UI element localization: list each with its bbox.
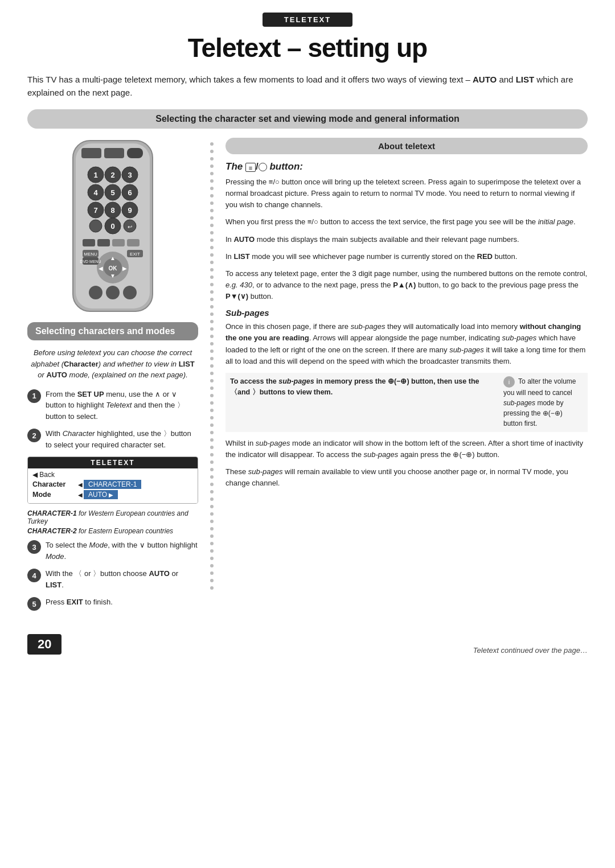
right-para-1: Pressing the ≡/○ button once will bring … xyxy=(226,176,588,211)
teletext-row-character: Character CHARACTER-1 xyxy=(32,480,193,489)
svg-text:4: 4 xyxy=(93,188,98,197)
step-5: 5 Press EXIT to finish. xyxy=(27,597,198,611)
step-4: 4 With the 〈 or 〉button choose AUTO or L… xyxy=(27,568,198,590)
dot xyxy=(210,379,214,382)
subpages-para2: Whilst in sub-pages mode an indicator wi… xyxy=(226,438,588,460)
dot xyxy=(210,246,214,249)
teletext-back: Back xyxy=(32,471,193,479)
dot xyxy=(210,305,214,308)
dot xyxy=(210,512,214,516)
dot xyxy=(210,579,214,582)
sel-char-banner: Selecting characters and modes xyxy=(27,322,198,340)
dot xyxy=(210,483,214,486)
dot xyxy=(210,231,214,235)
dot xyxy=(210,327,214,331)
dot xyxy=(210,542,214,545)
right-column: About teletext The ≡/ button: Pressing t… xyxy=(220,138,588,617)
svg-text:1: 1 xyxy=(93,171,97,179)
dot xyxy=(210,261,214,264)
dot xyxy=(210,394,214,397)
dot xyxy=(210,157,214,161)
svg-rect-28 xyxy=(83,239,95,246)
dot xyxy=(210,209,214,212)
bottom-area: 20 Teletext continued over the page… xyxy=(27,634,588,655)
dot xyxy=(210,505,214,508)
dot xyxy=(210,586,214,590)
char-note-2: CHARACTER-2 for Eastern European countri… xyxy=(27,527,198,535)
intro-paragraph: This TV has a multi-page teletext memory… xyxy=(27,73,588,99)
dot xyxy=(210,342,214,345)
dot xyxy=(210,164,214,168)
sel-char-instructions: Before using teletext you can choose the… xyxy=(27,347,198,381)
dot xyxy=(210,253,214,257)
dot xyxy=(210,446,214,449)
dot xyxy=(210,179,214,183)
svg-text:↩: ↩ xyxy=(128,224,132,230)
right-para-4: In LIST mode you will see whichever page… xyxy=(226,251,588,262)
svg-text:▶: ▶ xyxy=(122,265,127,271)
dot xyxy=(210,490,214,493)
dot xyxy=(210,187,214,190)
step-4-text: With the 〈 or 〉button choose AUTO or LIS… xyxy=(46,568,198,590)
dot xyxy=(210,386,214,390)
svg-text:8: 8 xyxy=(110,206,114,215)
dot xyxy=(210,275,214,279)
page-number: 20 xyxy=(27,634,62,655)
dot xyxy=(210,431,214,434)
teletext-row-mode: Mode AUTO xyxy=(32,490,193,499)
svg-text:9: 9 xyxy=(128,206,132,215)
svg-rect-4 xyxy=(127,148,143,158)
two-col-layout: 1 2 3 4 5 6 7 8 9 xyxy=(27,138,588,617)
dot xyxy=(210,290,214,294)
step-2: 2 With Character highlighted, use the 〉b… xyxy=(27,428,198,450)
dot xyxy=(210,438,214,442)
dot xyxy=(210,142,214,146)
dot xyxy=(210,335,214,338)
svg-rect-30 xyxy=(112,239,125,246)
dot xyxy=(210,224,214,227)
dot xyxy=(210,194,214,198)
teletext-ui-box: TELETEXT Back Character CHARACTER-1 Mode… xyxy=(27,456,198,504)
dot xyxy=(210,527,214,530)
step-1-text: From the SET UP menu, use the ∧ or ∨ but… xyxy=(46,389,198,422)
step-5-num: 5 xyxy=(27,597,41,611)
svg-point-47 xyxy=(123,286,137,299)
dot xyxy=(210,497,214,501)
step-2-text: With Character highlighted, use the 〉but… xyxy=(46,428,198,450)
tl-arrow-left-mode xyxy=(78,491,83,499)
svg-text:2: 2 xyxy=(110,171,114,179)
svg-text:DVD MENU: DVD MENU xyxy=(80,260,101,264)
step-2-num: 2 xyxy=(27,429,41,442)
dot xyxy=(210,357,214,360)
dot xyxy=(210,416,214,419)
dot xyxy=(210,571,214,575)
tl-mode-label: Mode xyxy=(32,491,78,499)
step-3-text: To select the Mode, with the ∨ button hi… xyxy=(46,540,198,562)
dot xyxy=(210,475,214,479)
the-button-heading: The ≡/ button: xyxy=(226,161,588,172)
remote-image: 1 2 3 4 5 6 7 8 9 xyxy=(59,138,167,314)
svg-text:3: 3 xyxy=(128,171,132,179)
top-badge-wrap: TELETEXT xyxy=(0,13,615,27)
step-4-num: 4 xyxy=(27,569,41,582)
dot xyxy=(210,268,214,271)
dot xyxy=(210,549,214,553)
dot xyxy=(210,201,214,205)
dot xyxy=(210,453,214,456)
subpages-para3: These sub-pages will remain available to… xyxy=(226,466,588,489)
dot xyxy=(210,423,214,427)
svg-rect-29 xyxy=(97,239,110,246)
info-circle-icon: i xyxy=(503,376,515,388)
tl-arrow-left-char xyxy=(78,480,83,488)
svg-point-46 xyxy=(106,286,120,299)
svg-rect-3 xyxy=(104,148,124,158)
tl-character-label: Character xyxy=(32,480,78,488)
subpages-note-right: i To alter the volume you will need to c… xyxy=(503,376,583,429)
dot xyxy=(210,150,214,153)
svg-rect-2 xyxy=(81,148,101,158)
svg-text:7: 7 xyxy=(93,206,97,215)
step-3: 3 To select the Mode, with the ∨ button … xyxy=(27,540,198,562)
dot xyxy=(210,320,214,323)
tl-character-value: CHARACTER-1 xyxy=(84,480,141,489)
right-para-2: When you first press the ≡/○ button to a… xyxy=(226,216,588,228)
